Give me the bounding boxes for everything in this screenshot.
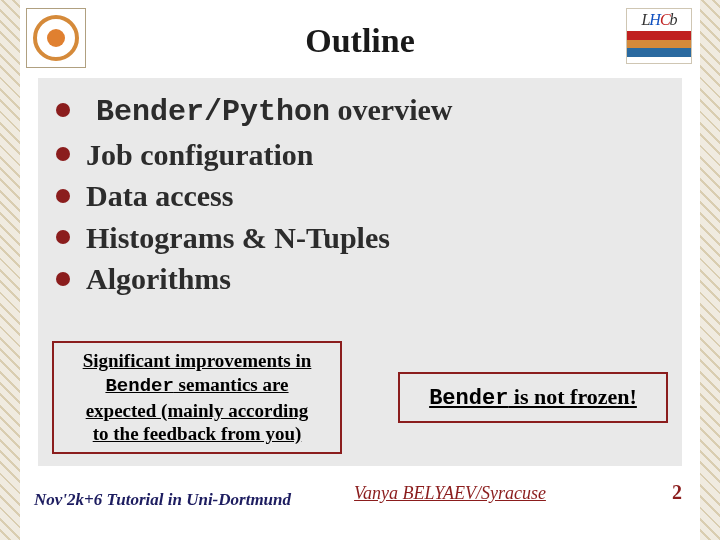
footer-author: Vanya BELYAEV/Syracuse [30, 483, 690, 504]
lhcb-c: C [660, 11, 670, 28]
bullet-list: Bender/Python overview Job configuration… [56, 90, 670, 299]
callout-text: semantics are [174, 374, 289, 395]
callout-line: Significant improvements in [60, 349, 334, 373]
bullet-text: Histograms & N-Tuples [86, 221, 390, 254]
footer: Nov'2k+6 Tutorial in Uni-Dortmund Vanya … [30, 484, 690, 514]
bullet-text: Algorithms [86, 262, 231, 295]
callout-row: Significant improvements in Bender seman… [52, 341, 668, 454]
header: Outline LHCb [30, 8, 690, 72]
decor-border-right [700, 0, 720, 540]
improvements-callout: Significant improvements in Bender seman… [52, 341, 342, 454]
callout-line: expected (mainly according [60, 399, 334, 423]
bullet-mono: Bender/Python [96, 95, 330, 129]
callout-line: Bender semantics are [60, 373, 334, 399]
content-area: Bender/Python overview Job configuration… [38, 78, 682, 466]
bullet-text: Data access [86, 179, 233, 212]
callout-text: is not frozen! [508, 384, 637, 409]
bullet-item: Job configuration [56, 135, 670, 175]
bullet-item: Algorithms [56, 259, 670, 299]
not-frozen-callout: Bender is not frozen! [398, 372, 668, 423]
lhcb-logo: LHCb [626, 8, 692, 64]
bullet-text: Job configuration [86, 138, 314, 171]
bullet-text: overview [330, 93, 452, 126]
callout-line: to the feedback from you) [60, 422, 334, 446]
lhcb-bands-icon [626, 31, 692, 57]
lhcb-logo-text: LHCb [627, 11, 691, 29]
lhcb-b: b [670, 11, 677, 28]
bullet-item: Bender/Python overview [56, 90, 670, 133]
decor-border-left [0, 0, 20, 540]
page-number: 2 [672, 481, 682, 504]
callout-mono: Bender [429, 386, 508, 411]
bullet-item: Histograms & N-Tuples [56, 218, 670, 258]
slide: Outline LHCb Bender/Python overview Job … [30, 8, 690, 518]
slide-title: Outline [30, 22, 690, 60]
lhcb-h: H [649, 11, 660, 28]
callout-mono: Bender [105, 375, 173, 397]
bullet-item: Data access [56, 176, 670, 216]
